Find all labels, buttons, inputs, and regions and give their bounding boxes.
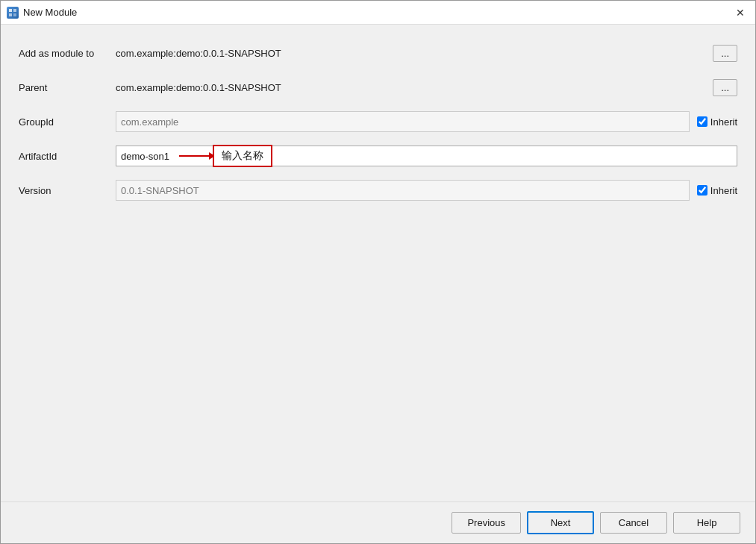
add-as-module-row: Add as module to com.example:demo:0.0.1-…: [19, 40, 737, 66]
title-bar: New Module ✕: [1, 1, 755, 25]
parent-label: Parent: [19, 82, 116, 93]
artifact-id-row: ArtifactId 输入名称: [19, 143, 737, 169]
artifact-annotation-container: 输入名称: [116, 146, 737, 166]
arrow-line: [179, 155, 209, 157]
module-icon: [7, 7, 19, 19]
group-id-inherit-label: Inherit: [710, 116, 737, 128]
version-inherit-checkbox[interactable]: [697, 185, 707, 196]
new-module-dialog: New Module ✕ Add as module to com.exampl…: [0, 0, 756, 544]
parent-row: Parent com.example:demo:0.0.1-SNAPSHOT .…: [19, 74, 737, 101]
form-section: Add as module to com.example:demo:0.0.1-…: [19, 40, 737, 211]
dialog-footer: Previous Next Cancel Help: [1, 501, 755, 543]
parent-browse-button[interactable]: ...: [713, 79, 737, 96]
group-id-inherit-checkbox[interactable]: [697, 116, 707, 127]
help-button[interactable]: Help: [673, 512, 740, 534]
cancel-button[interactable]: Cancel: [600, 512, 667, 534]
version-label: Version: [19, 185, 116, 196]
dialog-content: Add as module to com.example:demo:0.0.1-…: [1, 25, 755, 501]
version-inherit-label: Inherit: [710, 185, 737, 196]
close-button[interactable]: ✕: [731, 4, 749, 22]
svg-rect-2: [9, 13, 12, 16]
add-as-module-value: com.example:demo:0.0.1-SNAPSHOT: [116, 48, 707, 59]
parent-value: com.example:demo:0.0.1-SNAPSHOT: [116, 82, 707, 93]
group-id-row: GroupId Inherit: [19, 108, 737, 135]
annotation-label: 输入名称: [213, 145, 272, 167]
dialog-title: New Module: [23, 7, 77, 18]
group-id-input[interactable]: [116, 111, 690, 132]
add-as-module-browse-button[interactable]: ...: [713, 45, 737, 62]
version-row: Version Inherit: [19, 177, 737, 204]
version-inherit: Inherit: [697, 185, 737, 196]
previous-button[interactable]: Previous: [452, 512, 521, 534]
svg-rect-1: [13, 9, 16, 12]
group-id-label: GroupId: [19, 116, 116, 128]
svg-rect-0: [9, 9, 12, 12]
annotation-arrow: [179, 152, 215, 160]
artifact-id-label: ArtifactId: [19, 151, 116, 162]
next-button[interactable]: Next: [527, 511, 594, 534]
version-input[interactable]: [116, 180, 690, 201]
title-bar-left: New Module: [7, 7, 77, 19]
add-as-module-label: Add as module to: [19, 48, 116, 59]
svg-rect-3: [13, 13, 16, 16]
group-id-inherit: Inherit: [697, 116, 737, 128]
